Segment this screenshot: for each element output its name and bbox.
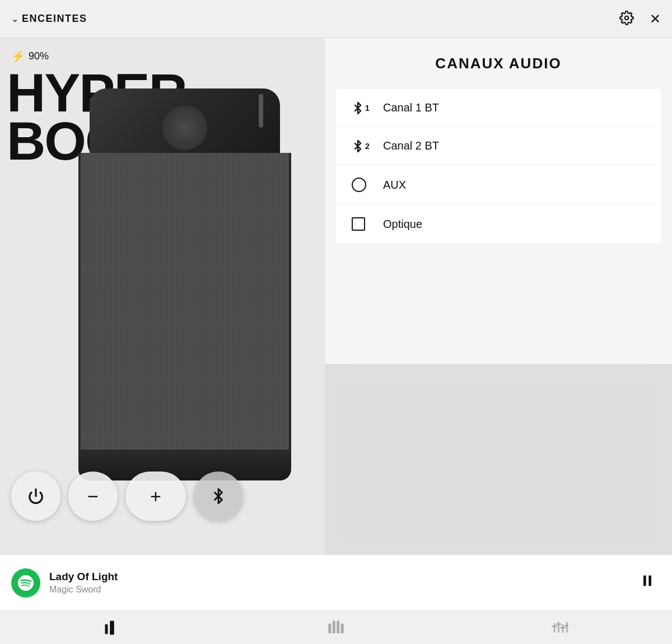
- bluetooth2-icon: 2: [352, 140, 372, 152]
- settings-button[interactable]: [619, 11, 634, 27]
- nav-speaker-button[interactable]: [104, 619, 120, 636]
- bottom-nav: [0, 610, 672, 644]
- top-bar: ⌄ ENCEINTES ✕: [0, 0, 672, 38]
- svg-rect-6: [328, 623, 331, 633]
- power-button[interactable]: [11, 472, 60, 521]
- channel-item-bt1[interactable]: 1 Canal 1 BT: [336, 89, 661, 127]
- track-title: Lady Of Light: [49, 571, 631, 583]
- main-content: ⚡ 90% HYPER- BOOM − +: [0, 38, 672, 554]
- volume-up-button[interactable]: +: [125, 472, 186, 521]
- svg-rect-9: [341, 623, 344, 633]
- right-panel-blur-overlay: [325, 364, 672, 554]
- channel-bt2-label: Canal 2 BT: [383, 139, 439, 152]
- svg-point-0: [625, 16, 629, 20]
- track-info: Lady Of Light Magic Sword: [49, 571, 631, 595]
- svg-rect-4: [110, 620, 114, 634]
- speaker-visual: [78, 88, 291, 480]
- channel-aux-label: AUX: [383, 179, 406, 192]
- audio-channels-title: CANAUX AUDIO: [336, 55, 661, 72]
- left-panel: ⚡ 90% HYPER- BOOM − +: [0, 38, 325, 554]
- bluetooth-button[interactable]: [194, 472, 243, 521]
- lightning-icon: ⚡: [11, 49, 25, 63]
- controls-overlay: − +: [11, 472, 314, 521]
- battery-percent: 90%: [29, 50, 49, 62]
- speaker-fabric: [78, 153, 291, 458]
- svg-rect-5: [105, 624, 108, 634]
- channel-list: 1 Canal 1 BT 2 Canal 2 BT AUX: [336, 89, 661, 243]
- now-playing-bar: Lady Of Light Magic Sword: [0, 554, 672, 610]
- nav-multi-button[interactable]: [328, 619, 344, 636]
- svg-rect-7: [333, 620, 335, 633]
- plus-icon: +: [150, 487, 161, 506]
- spotify-icon: [11, 568, 40, 598]
- minus-icon: −: [87, 487, 99, 506]
- channel-item-optical[interactable]: Optique: [336, 205, 661, 243]
- track-artist: Magic Sword: [49, 585, 631, 595]
- volume-down-button[interactable]: −: [68, 472, 118, 521]
- channel-bt1-label: Canal 1 BT: [383, 101, 439, 114]
- battery-indicator: ⚡ 90%: [11, 49, 49, 63]
- svg-rect-8: [337, 620, 339, 633]
- aux-icon: [352, 178, 372, 192]
- pause-button[interactable]: [640, 573, 655, 592]
- svg-rect-2: [643, 576, 646, 586]
- chevron-down-icon: ⌄: [11, 13, 18, 24]
- top-bar-icons: ✕: [619, 11, 661, 27]
- speaker-top: [90, 88, 280, 156]
- nav-eq-button[interactable]: [552, 619, 568, 636]
- channel-optical-label: Optique: [383, 218, 422, 231]
- enceintes-title: ENCEINTES: [22, 13, 87, 25]
- channel-item-bt2[interactable]: 2 Canal 2 BT: [336, 127, 661, 165]
- optical-icon: [352, 217, 372, 231]
- right-panel: CANAUX AUDIO 1 Canal 1 BT 2: [325, 38, 672, 554]
- bluetooth1-icon: 1: [352, 102, 372, 114]
- close-button[interactable]: ✕: [650, 12, 661, 26]
- svg-rect-3: [648, 576, 651, 586]
- top-bar-left: ⌄ ENCEINTES: [11, 13, 87, 25]
- channel-item-aux[interactable]: AUX: [336, 165, 661, 205]
